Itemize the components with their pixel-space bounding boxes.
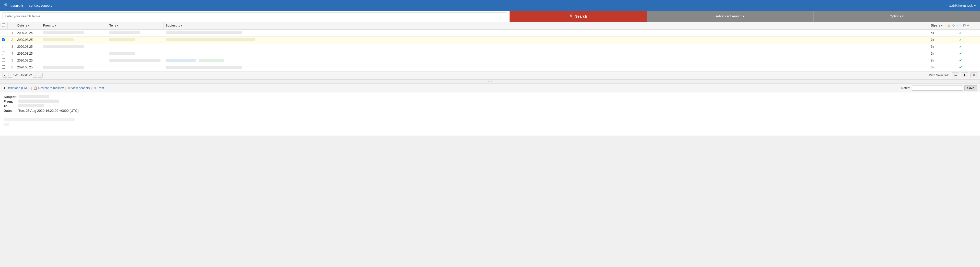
col-scroll-header <box>976 22 980 29</box>
table-row[interactable]: 4 2020.08.25 6k ✔ <box>0 50 980 57</box>
row-checkbox[interactable] <box>2 31 5 34</box>
row-from <box>41 57 107 64</box>
from-sort-icon: ▲▼ <box>52 25 56 27</box>
row-icons: ✔ <box>945 36 976 43</box>
download-eml-link[interactable]: Download (EML) <box>6 86 29 90</box>
body-line-2 <box>3 123 9 126</box>
row-subject <box>164 43 929 50</box>
col-date-header[interactable]: Date ▲▼ <box>15 22 41 29</box>
contact-support-link[interactable]: contact support <box>29 3 52 7</box>
user-menu[interactable]: 👤 patrik kernstock ▾ <box>944 3 976 7</box>
row-checkbox[interactable] <box>2 38 5 41</box>
table-row[interactable]: 1 2020.08.25 5k ✔ <box>0 29 980 36</box>
options-button[interactable]: Options ▾ <box>813 11 980 22</box>
notes-input[interactable] <box>912 85 963 91</box>
from-value <box>18 100 59 103</box>
email-header: Subject: From: To: Date: Tue, 25 Aug 202… <box>0 92 980 115</box>
row-size: 6k <box>929 43 945 50</box>
select-all-checkbox[interactable] <box>0 22 8 29</box>
row-icons: ✔ <box>945 57 976 64</box>
to-label: To: <box>3 104 16 108</box>
forward-selected-button[interactable]: ↪ <box>952 73 959 78</box>
restore-link[interactable]: Restore to mailbox <box>38 86 64 90</box>
row-icons: ✔ <box>945 50 976 57</box>
top-nav: 🔍 search contact support 👤 patrik kernst… <box>0 0 980 11</box>
brand-name: search <box>11 3 23 8</box>
row-num: 2 <box>8 36 15 43</box>
save-button[interactable]: Save <box>964 85 977 91</box>
advanced-search-arrow: ▾ <box>743 14 745 18</box>
advanced-search-button[interactable]: Advanced search ▾ <box>647 11 813 22</box>
subject-value <box>19 95 49 99</box>
size-sort-icon: ▲▼ <box>939 25 943 27</box>
row-subject <box>164 50 929 57</box>
row-size: 6k <box>929 64 945 71</box>
email-body <box>0 115 980 136</box>
row-checkbox[interactable] <box>2 45 5 48</box>
search-icon: 🔍 <box>4 3 9 8</box>
drag-handle[interactable]: · · · <box>0 80 980 84</box>
next-page-button[interactable]: › <box>33 73 37 77</box>
from-label: From: <box>3 100 16 103</box>
view-headers-icon: ✉ <box>68 86 70 90</box>
view-headers-link[interactable]: View headers <box>71 86 90 90</box>
subject-sort-icon: ▲▼ <box>178 25 183 27</box>
last-page-button[interactable]: » <box>38 73 43 77</box>
select-all-input[interactable] <box>2 24 5 27</box>
col-size-header[interactable]: Size ▲▼ <box>929 22 945 29</box>
search-button[interactable]: 🔍 Search <box>509 11 647 22</box>
check-icon-header: ✔ <box>967 24 969 27</box>
row-from <box>41 43 107 50</box>
to-value <box>18 104 44 108</box>
print-link[interactable]: Print <box>98 86 104 90</box>
row-num: 1 <box>8 29 15 36</box>
table-row[interactable]: 3 2020.08.25 6k ✔ <box>0 43 980 50</box>
body-line-1 <box>3 118 75 121</box>
preview-panel: ⬇ Download (EML) | 📋 Restore to mailbox … <box>0 84 980 136</box>
row-checkbox[interactable] <box>2 52 5 55</box>
row-date: 2020.08.25 <box>15 57 41 64</box>
user-dropdown-arrow: ▾ <box>974 3 976 7</box>
row-to <box>107 29 164 36</box>
date-label: Date: <box>3 109 16 112</box>
row-checkbox[interactable] <box>2 65 5 69</box>
row-num: 3 <box>8 43 15 50</box>
separator-1: | <box>31 86 32 90</box>
col-to-header[interactable]: To ▲▼ <box>107 22 164 29</box>
row-date: 2020.08.25 <box>15 43 41 50</box>
col-num-header <box>8 22 15 29</box>
row-checkbox[interactable] <box>2 58 5 62</box>
options-arrow: ▾ <box>902 14 904 18</box>
prev-page-button[interactable]: ‹ <box>8 73 12 77</box>
separator-2: | <box>65 86 66 90</box>
download-icon: ⬇ <box>3 86 6 90</box>
search-input[interactable] <box>3 12 507 20</box>
table-row[interactable]: 2 2020.08.25 7k ✔ <box>0 36 980 43</box>
brand-logo[interactable]: 🔍 search <box>4 3 23 8</box>
restore-icon: 📋 <box>33 86 37 90</box>
row-date: 2020.08.25 <box>15 64 41 71</box>
with-selected-label: With Selected: <box>929 74 949 77</box>
col-from-header[interactable]: From ▲▼ <box>41 22 107 29</box>
date-sort-icon: ▲▼ <box>25 25 30 27</box>
search-button-icon: 🔍 <box>570 14 574 18</box>
table-row[interactable]: 5 2020.08.25 8k ✔ <box>0 57 980 64</box>
row-to <box>107 36 164 43</box>
row-from <box>41 29 107 36</box>
col-subject-header[interactable]: Subject ▲▼ <box>164 22 929 29</box>
row-num: 6 <box>8 64 15 71</box>
attach-icon-header: 📎 <box>951 24 956 27</box>
more-actions-button[interactable]: ✉ <box>970 73 977 78</box>
separator-3: | <box>91 86 92 90</box>
first-page-button[interactable]: « <box>3 73 7 77</box>
row-from <box>41 50 107 57</box>
warn-icon-header: ⚠ <box>947 24 950 27</box>
row-subject <box>164 29 929 36</box>
row-to <box>107 43 164 50</box>
tag-icon-header: 🏷 <box>963 24 966 27</box>
table-row[interactable]: 6 2020.08.25 6k ✔ <box>0 64 980 71</box>
row-icons: ✔ <box>945 64 976 71</box>
row-num: 4 <box>8 50 15 57</box>
download-selected-button[interactable]: ⬇ <box>961 73 968 78</box>
row-size: 8k <box>929 57 945 64</box>
